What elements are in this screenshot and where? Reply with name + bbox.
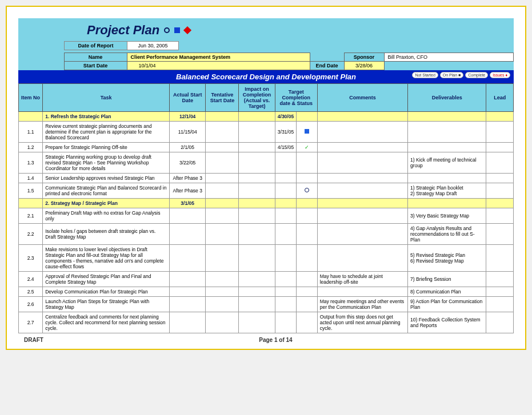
status-square-icon (305, 129, 309, 134)
table-row: 1.2Prepare for Strategic Planning Off-si… (19, 143, 514, 152)
cell-impact (239, 312, 275, 333)
draft-label: DRAFT (24, 337, 43, 343)
cell-task: Centralize feedback and comments for nex… (43, 312, 170, 333)
cell-target-date (275, 287, 296, 297)
table-row: 1.5Communicate Strategic Plan and Balanc… (19, 183, 514, 199)
cell-item: 2.6 (19, 297, 43, 312)
cell-comments: Output from this step does not get acted… (317, 312, 407, 333)
cell-deliverables (408, 143, 486, 152)
cell-deliverables: 8) Communication Plan (408, 287, 486, 297)
name-label: Name (64, 53, 127, 62)
cell-comments (317, 152, 407, 174)
cell-tentative-start (206, 143, 239, 152)
report-date-value: Jun 30, 2005 (127, 42, 179, 50)
table-row: 2.5Develop Communication Plan for Strate… (19, 287, 514, 297)
report-date-label: Date of Report (65, 42, 127, 50)
cell-tentative-start (206, 183, 239, 199)
sponsor-label: Sponsor (344, 53, 384, 62)
cell-target-date (275, 183, 296, 199)
cell-target-date (275, 174, 296, 183)
cell-tentative-start (206, 312, 239, 333)
cell-status (296, 152, 317, 174)
sponsor-value: Bill Praxton, CFO (384, 53, 514, 62)
cell-deliverables: 7) Briefing Session (408, 272, 486, 287)
cell-impact (239, 112, 275, 122)
cell-impact (239, 199, 275, 208)
cell-lead (486, 143, 514, 152)
cell-target-date: 4/30/05 (275, 112, 296, 122)
col-actual-start: Actual Start Date (170, 84, 206, 112)
cell-actual-start (170, 297, 206, 312)
cell-item: 2.4 (19, 272, 43, 287)
cell-tentative-start (206, 174, 239, 183)
legend-not-started: Not Started (412, 72, 438, 78)
cell-status (296, 287, 317, 297)
report-date-block: Date of Report Jun 30, 2005 (64, 41, 179, 50)
cell-task: Review current strategic planning docume… (43, 122, 170, 143)
cell-deliverables: 4) Gap Analysis Results and recommendati… (408, 224, 486, 245)
cell-tentative-start (206, 245, 239, 272)
col-deliverables: Deliverables (408, 84, 486, 112)
status-legend: Not Started On Plan ■ Complete Issues ♦ (412, 72, 510, 78)
cell-item: 2.3 (19, 245, 43, 272)
cell-actual-start: 2/1/05 (170, 143, 206, 152)
section-row: 1. Refresh the Strategic Plan12/1/044/30… (19, 112, 514, 122)
cell-impact (239, 143, 275, 152)
cell-comments (317, 122, 407, 143)
cell-status (296, 245, 317, 272)
cell-item: 1.2 (19, 143, 43, 152)
cell-comments (317, 287, 407, 297)
cell-task: Approval of Revised Strategic Plan and F… (43, 272, 170, 287)
cell-lead (486, 287, 514, 297)
table-row: 2.2Isolate holes / gaps between draft st… (19, 224, 514, 245)
status-circle-icon (305, 188, 309, 192)
document-page: Project Plan Date of Report Jun 30, 2005… (6, 6, 526, 350)
cell-task: 2. Strategy Map / Strategic Plan (43, 199, 170, 208)
cell-task: Make revisions to lower level objectives… (43, 245, 170, 272)
cell-lead (486, 122, 514, 143)
cell-impact (239, 152, 275, 174)
cell-comments: May have to schedule at joint leadership… (317, 272, 407, 287)
cell-actual-start (170, 312, 206, 333)
cell-lead (486, 183, 514, 199)
cell-target-date (275, 224, 296, 245)
cell-tentative-start (206, 297, 239, 312)
legend-complete: Complete (465, 72, 488, 78)
cell-lead (486, 174, 514, 183)
cell-actual-start: 3/1/05 (170, 199, 206, 208)
table-row: 2.1Preliminary Draft Map with no extras … (19, 208, 514, 224)
cell-impact (239, 174, 275, 183)
end-date-value: 3/28/06 (344, 62, 384, 70)
cell-deliverables: 9) Action Plan for Communication Plan (408, 297, 486, 312)
cell-deliverables: 1) Kick off meeting of technical group (408, 152, 486, 174)
cell-lead (486, 224, 514, 245)
cell-lead (486, 208, 514, 224)
cell-status (296, 224, 317, 245)
cell-status (296, 122, 317, 143)
cell-deliverables (408, 174, 486, 183)
cell-status (296, 272, 317, 287)
cell-comments (317, 224, 407, 245)
cell-target-date: 4/15/05 (275, 143, 296, 152)
cell-actual-start: After Phase 3 (170, 183, 206, 199)
page-title: Project Plan (87, 23, 159, 38)
cell-task: Isolate holes / gaps between draft strat… (43, 224, 170, 245)
cell-item: 2.7 (19, 312, 43, 333)
cell-actual-start (170, 208, 206, 224)
end-date-label: End Date (310, 62, 344, 70)
cell-comments (317, 208, 407, 224)
cell-target-date (275, 297, 296, 312)
cell-lead (486, 245, 514, 272)
cell-deliverables: 3) Very Basic Strategy Map (408, 208, 486, 224)
status-check-icon: ✓ (305, 144, 309, 150)
cell-status (296, 174, 317, 183)
start-date-label: Start Date (64, 62, 127, 70)
cell-task: Prepare for Strategic Planning Off-site (43, 143, 170, 152)
cell-deliverables: 1) Strategic Plan booklet 2) Strategy Ma… (408, 183, 486, 199)
col-tentative-start: Tentative Start Date (206, 84, 239, 112)
cell-status (296, 208, 317, 224)
table-row: 2.7Centralize feedback and comments for … (19, 312, 514, 333)
cell-comments (317, 183, 407, 199)
cell-deliverables (408, 122, 486, 143)
cell-comments (317, 143, 407, 152)
